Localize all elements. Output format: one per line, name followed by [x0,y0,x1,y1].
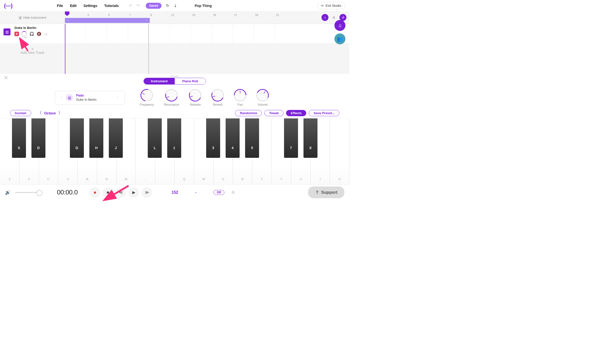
metronome-toggle[interactable]: Off [213,190,224,195]
loop-start-handle-icon[interactable]: → [66,19,69,22]
redo-icon[interactable]: ↷ [136,3,140,8]
pan-knob[interactable] [234,89,246,101]
snap-icon[interactable]: ∩ [321,14,328,21]
track-volume-knob[interactable]: Vol [21,31,27,37]
black-key[interactable]: H [89,118,103,158]
preset-prev-icon[interactable]: 〈 [59,95,63,100]
preset-next-icon[interactable]: 〉 [117,95,121,100]
help-icon: ？ [315,189,319,195]
menu-file[interactable]: File [57,4,63,8]
stop-button[interactable]: ■ [103,187,113,198]
menu-edit[interactable]: Edit [70,4,76,8]
instrument-controls-row: 〈 ▥ Pads Duke In Berlin 〉 Frequency Reso… [5,89,344,109]
black-key[interactable]: 1 [167,118,181,158]
record-arm-button[interactable]: R [14,32,19,36]
preset-selector[interactable]: 〈 ▥ Pads Duke In Berlin 〉 [55,91,125,105]
white-key[interactable]: O [330,118,349,184]
automation-icon[interactable]: ⫘ [44,32,48,36]
undo-icon[interactable]: ↶ [129,3,133,8]
release-knob[interactable] [189,89,201,101]
randomize-button[interactable]: Randomize [235,110,262,116]
track-lane[interactable] [65,24,349,43]
panel-drag-handle[interactable] [170,76,179,77]
key-label: , [145,177,146,181]
forward-button[interactable]: ≫ [142,187,152,198]
loop-end-handle-icon[interactable]: ← [145,19,148,22]
mute-icon[interactable]: 🔇 [37,32,41,36]
resonance-knob[interactable] [165,89,178,101]
project-title[interactable]: Pop Thing [195,4,212,8]
knob-label: Reverb [213,103,223,106]
key-label: E [222,177,224,181]
frequency-knob[interactable] [141,89,153,101]
track-row[interactable]: ▥ Duke In Berlin R Vol 🎧 🔇 ⫘ [0,24,349,43]
octave-down-icon[interactable]: 〈 [38,110,42,116]
main-menu: File Edit Settings Tutorials [57,4,119,8]
key-label: N [106,177,108,181]
preset-category: Pads [76,93,97,98]
library-button-icon[interactable]: ♫ [334,20,345,31]
menu-tutorials[interactable]: Tutorials [104,4,119,8]
octave-up-icon[interactable]: 〉 [58,110,62,116]
black-key[interactable]: 5 [245,118,259,158]
knob-label: Release [190,103,201,106]
tab-piano-roll[interactable]: Piano Roll [175,78,206,84]
tab-instrument[interactable]: Instrument [144,78,175,84]
key-label: I [320,177,321,181]
master-volume-icon[interactable]: 🔊 [5,190,10,195]
play-button[interactable]: ▶ [129,187,139,198]
black-key[interactable]: 4 [226,118,240,158]
octave-nav: 〈 Octave 〉 [38,110,62,116]
download-icon[interactable]: ⤓ [174,3,177,8]
key-label: T [261,177,263,181]
loop-region[interactable]: → ← [65,18,150,23]
side-float-buttons: ♫ 👥 [334,20,345,44]
master-volume-slider[interactable] [15,192,42,193]
knob-label: Volume [258,103,268,106]
piano-keyboard: Z X C V B N M , . Q W E R T Y U I O SDGH… [0,118,349,184]
knob-bank: Frequency Resonance Release Reverb Pan V… [140,89,269,106]
sustain-button[interactable]: Sustain [10,110,31,116]
ruler-mark: 21 [276,13,279,16]
black-key[interactable]: G [70,118,84,158]
headphone-solo-icon[interactable]: 🎧 [29,32,34,36]
ruler-mark: 15 [213,13,216,16]
timesig-display[interactable]: - [195,190,196,195]
record-button[interactable]: ● [90,187,100,198]
instrument-panel: ✕ Instrument Piano Roll 〈 ▥ Pads Duke In… [0,74,349,118]
hide-instrument-button[interactable]: ▥ Hide Instrument [0,11,65,24]
black-key[interactable]: 7 [284,118,298,158]
reverb-knob[interactable] [211,89,224,101]
transport-settings-icon[interactable]: ⚙ [231,190,235,195]
playhead-line [65,24,65,74]
knob-label: Frequency [140,103,154,106]
instrument-track-icon[interactable]: ▥ [3,28,10,35]
ruler-mark: 19 [255,13,258,16]
effects-button[interactable]: Effects [286,110,306,116]
black-key[interactable]: D [31,118,45,158]
menu-settings[interactable]: Settings [84,4,97,8]
close-panel-icon[interactable]: ✕ [3,74,8,81]
knob-label: Pan [238,103,243,106]
tweak-button[interactable]: Tweak [264,110,284,116]
timeline-ruler: ▥ Hide Instrument 3 5 7 9 11 13 15 17 19… [0,11,349,24]
support-button[interactable]: ？ Support [308,186,344,198]
refresh-icon[interactable]: ↻ [166,3,169,8]
black-key[interactable]: L [148,118,162,158]
bpm-display[interactable]: 152 [171,190,178,195]
key-label: W [202,177,205,181]
black-key[interactable]: S [12,118,26,158]
knob-frequency: Frequency [140,89,154,106]
track-name[interactable]: Duke In Berlin [14,26,62,30]
add-track-button[interactable]: ＋ Add New Track [0,43,65,58]
save-preset-button[interactable]: Save Preset... [309,110,339,116]
exit-studio-button[interactable]: ⇤ Exit Studio [317,2,345,9]
black-key[interactable]: 3 [206,118,220,158]
right-actions: Randomize Tweak Effects Save Preset... [235,110,339,116]
black-key[interactable]: 8 [303,118,317,158]
rewind-button[interactable]: ≪ [116,187,126,198]
key-label: X [28,177,30,181]
volume-knob[interactable] [256,89,269,101]
collaborate-button-icon[interactable]: 👥 [334,33,345,44]
black-key[interactable]: J [109,118,123,158]
